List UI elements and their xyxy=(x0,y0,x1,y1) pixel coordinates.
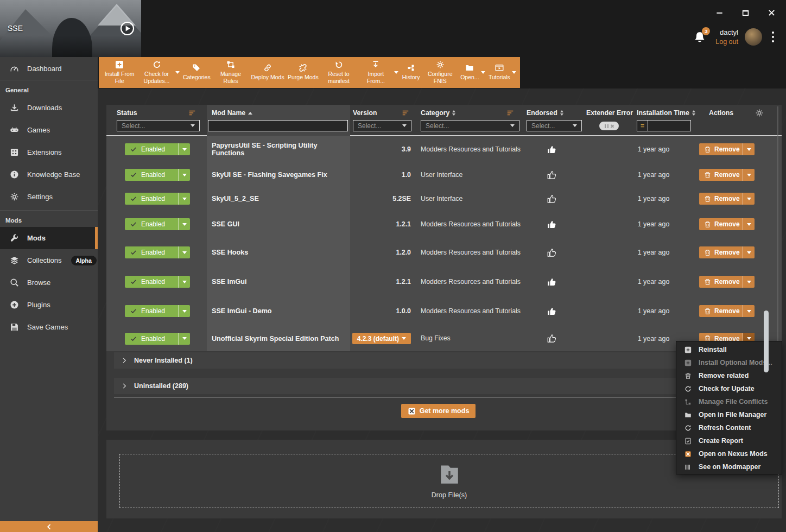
get-more-mods-button[interactable]: Get more mods xyxy=(401,404,476,418)
chevron-down-icon[interactable] xyxy=(743,169,755,181)
remove-button[interactable]: Remove xyxy=(699,193,755,205)
thumbs-up-filled-icon[interactable] xyxy=(547,145,556,154)
thumbs-up-outline-icon[interactable] xyxy=(547,194,556,204)
column-header-status[interactable]: Status xyxy=(117,109,196,117)
category-filter-select[interactable]: Select... xyxy=(421,120,519,131)
menu-item-create-report[interactable]: Create Report xyxy=(676,434,782,447)
filter-list-icon[interactable] xyxy=(402,109,409,117)
chevron-down-icon[interactable] xyxy=(179,305,190,317)
table-row[interactable]: Enabled SSE ImGui 1.2.1 Modders Resource… xyxy=(106,267,782,296)
overflow-menu-button[interactable] xyxy=(769,28,777,46)
column-header-extender-error[interactable]: Extender Error xyxy=(586,109,633,117)
enable-toggle-button[interactable]: Enabled xyxy=(125,218,190,230)
minimize-button[interactable] xyxy=(712,5,726,20)
sidebar-item-dashboard[interactable]: Dashboard xyxy=(0,57,98,80)
extender-error-filter-toggle[interactable] xyxy=(599,122,619,130)
enable-toggle-button[interactable]: Enabled xyxy=(125,169,190,181)
enable-toggle-button[interactable]: Enabled xyxy=(125,143,190,155)
mod-name-filter-input[interactable] xyxy=(208,120,348,131)
chevron-down-icon[interactable] xyxy=(179,169,190,181)
sidebar-item-extensions[interactable]: Extensions xyxy=(0,141,98,163)
filter-list-icon[interactable] xyxy=(188,109,196,117)
chevron-down-icon[interactable] xyxy=(179,276,190,288)
chevron-down-icon[interactable] xyxy=(743,246,755,258)
column-header-version[interactable]: Version xyxy=(353,109,409,117)
filter-list-icon[interactable] xyxy=(506,109,514,117)
maximize-button[interactable] xyxy=(738,5,752,20)
manage-rules-button[interactable]: Manage Rules xyxy=(214,60,248,85)
time-filter-operator[interactable]: = xyxy=(637,120,648,131)
purge-mods-button[interactable]: Purge Mods xyxy=(288,64,319,81)
status-filter-select[interactable]: Select... xyxy=(117,120,200,131)
remove-button[interactable]: Remove xyxy=(699,143,755,155)
enable-toggle-button[interactable]: Enabled xyxy=(125,193,190,205)
table-row[interactable]: Enabled SSE GUI 1.2.1 Modders Resources … xyxy=(106,211,782,238)
remove-button[interactable]: Remove xyxy=(699,246,755,258)
table-row[interactable]: Enabled PapyrusUtil SE - Scripting Utili… xyxy=(106,136,782,163)
enable-toggle-button[interactable]: Enabled xyxy=(125,333,190,345)
enable-toggle-button[interactable]: Enabled xyxy=(125,246,190,258)
remove-button[interactable]: Remove xyxy=(699,218,755,230)
import-from-button[interactable]: Import From... xyxy=(359,60,398,85)
sidebar-item-save-games[interactable]: Save Games xyxy=(0,316,98,338)
sidebar-collapse-button[interactable] xyxy=(0,521,98,532)
menu-item-manage-file-conflicts[interactable]: Manage File Conflicts xyxy=(676,395,782,408)
chevron-down-icon[interactable] xyxy=(481,71,485,74)
thumbs-up-filled-icon[interactable] xyxy=(547,220,556,229)
tutorials-button[interactable]: Tutorials xyxy=(489,64,516,81)
column-header-category[interactable]: Category xyxy=(421,109,514,117)
chevron-down-icon[interactable] xyxy=(743,218,755,230)
sidebar-item-games[interactable]: Games xyxy=(0,119,98,141)
sidebar-item-knowledge-base[interactable]: Knowledge Base xyxy=(0,163,98,186)
chevron-down-icon[interactable] xyxy=(179,218,190,230)
time-filter-input[interactable] xyxy=(648,120,691,131)
open-button[interactable]: Open... xyxy=(460,64,485,81)
thumbs-up-outline-icon[interactable] xyxy=(547,248,556,257)
menu-item-open-in-file-manager[interactable]: Open in File Manager xyxy=(676,408,782,421)
column-header-endorsed[interactable]: Endorsed xyxy=(527,109,563,117)
chevron-down-icon[interactable] xyxy=(179,246,190,258)
check-for-updates-button[interactable]: Check for Updates... xyxy=(140,60,180,85)
version-filter-select[interactable]: Select... xyxy=(353,120,411,131)
install-from-file-button[interactable]: Install From File xyxy=(103,60,136,85)
chevron-down-icon[interactable] xyxy=(743,305,755,317)
chevron-down-icon[interactable] xyxy=(179,143,190,155)
chevron-down-icon[interactable] xyxy=(179,333,190,345)
notifications-button[interactable]: 3 xyxy=(693,28,709,46)
sidebar-item-collections[interactable]: Collections Alpha xyxy=(0,249,98,271)
sidebar-item-mods[interactable]: Mods xyxy=(0,227,98,249)
logout-link[interactable]: Log out xyxy=(715,38,738,46)
endorsed-filter-select[interactable]: Select... xyxy=(527,120,582,131)
quick-launch-play-icon[interactable] xyxy=(120,21,135,36)
chevron-down-icon[interactable] xyxy=(394,71,398,74)
column-header-mod-name[interactable]: Mod Name xyxy=(212,109,252,117)
enable-toggle-button[interactable]: Enabled xyxy=(125,305,190,317)
scrollbar-thumb[interactable] xyxy=(764,311,769,372)
table-settings-gear-icon[interactable] xyxy=(755,109,764,117)
reset-to-manifest-button[interactable]: Reset to manifest xyxy=(322,60,356,85)
game-banner[interactable]: SSE xyxy=(0,0,141,57)
history-button[interactable]: History xyxy=(402,64,420,81)
chevron-down-icon[interactable] xyxy=(743,143,755,155)
thumbs-up-outline-icon[interactable] xyxy=(547,334,556,343)
menu-item-see-on-modmapper[interactable]: See on Modmapper xyxy=(676,460,782,473)
thumbs-up-filled-icon[interactable] xyxy=(547,307,556,316)
remove-button[interactable]: Remove xyxy=(699,276,755,288)
chevron-down-icon[interactable] xyxy=(743,276,755,288)
sidebar-item-settings[interactable]: Settings xyxy=(0,186,98,208)
menu-item-refresh-content[interactable]: Refresh Content xyxy=(676,421,782,434)
table-row[interactable]: Enabled SkyUI SE - Flashing Savegames Fi… xyxy=(106,163,782,187)
deploy-mods-button[interactable]: Deploy Mods xyxy=(251,64,284,81)
sidebar-item-browse[interactable]: Browse xyxy=(0,271,98,294)
close-button[interactable] xyxy=(764,5,778,20)
configure-fnis-button[interactable]: Configure FNIS xyxy=(423,60,457,85)
thumbs-up-filled-icon[interactable] xyxy=(547,277,556,287)
enable-toggle-button[interactable]: Enabled xyxy=(125,276,190,288)
remove-button[interactable]: Remove xyxy=(699,305,755,317)
chevron-down-icon[interactable] xyxy=(512,71,516,74)
group-never-installed[interactable]: Never Installed (1) xyxy=(114,352,763,369)
menu-item-check-for-update[interactable]: Check for Update xyxy=(676,382,782,395)
remove-button[interactable]: Remove xyxy=(699,169,755,181)
group-uninstalled[interactable]: Uninstalled (289) xyxy=(114,378,763,394)
table-row[interactable]: Enabled SSE ImGui - Demo 1.0.0 Modders R… xyxy=(106,296,782,326)
